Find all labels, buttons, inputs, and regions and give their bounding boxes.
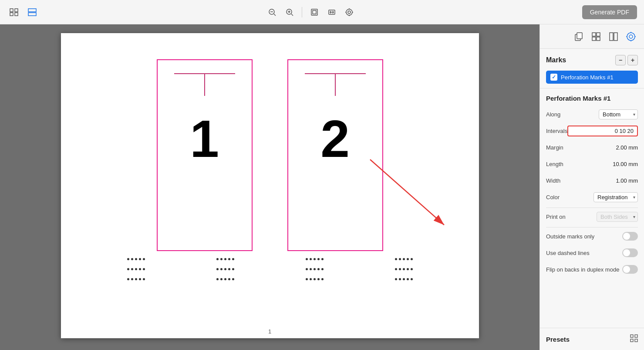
page-canvas: 1 2 (61, 33, 479, 338)
outside-marks-label: Outside marks only (546, 233, 594, 240)
setting-row-width: Width 1.00 mm (546, 174, 638, 187)
zoom-out-button[interactable] (265, 5, 279, 19)
perf-dots-3b (216, 278, 234, 280)
svg-rect-30 (597, 37, 600, 41)
generate-pdf-button[interactable]: Generate PDF (582, 5, 637, 19)
marks-section: Marks − + ✓ Perforation Marks #1 (540, 49, 644, 88)
along-select[interactable]: Bottom (599, 109, 638, 119)
canvas-area[interactable]: 1 2 (0, 24, 539, 350)
settings-divider-2 (546, 227, 638, 228)
margin-label: Margin (546, 144, 563, 151)
marks-actions: − + (615, 55, 638, 65)
intervals-label: Intervals (546, 128, 567, 134)
svg-rect-42 (635, 339, 637, 342)
perf-row-1 (91, 258, 448, 260)
perf-dots-2b (216, 268, 234, 270)
panel-icon-target[interactable] (623, 29, 639, 44)
print-on-select[interactable]: Both Sides (597, 212, 638, 222)
perf-dots-2a (127, 268, 145, 270)
marks-plus-button[interactable]: + (627, 55, 638, 65)
perf-dots-1d (395, 258, 413, 260)
setting-row-margin: Margin 2.00 mm (546, 141, 638, 153)
svg-rect-5 (28, 13, 36, 16)
svg-rect-29 (592, 37, 596, 41)
canvas-wrapper: 1 2 (61, 33, 479, 338)
use-dashed-toggle[interactable] (622, 248, 638, 257)
perf-dots-1c (306, 258, 324, 260)
svg-rect-2 (10, 13, 13, 16)
svg-rect-40 (635, 335, 637, 337)
presets-section: Presets (540, 328, 644, 350)
cards-row: 1 2 (157, 59, 383, 251)
svg-line-10 (291, 14, 293, 16)
mark-checkbox[interactable]: ✓ (550, 74, 557, 81)
intervals-input[interactable] (567, 126, 638, 136)
svg-rect-26 (577, 33, 582, 39)
perf-dots-2d (395, 268, 413, 270)
marks-title: Marks (546, 56, 566, 64)
card-top-mark-2 (305, 73, 366, 96)
fit-page-button[interactable] (307, 5, 321, 19)
svg-point-17 (346, 9, 352, 15)
length-value: 10.00 mm (613, 161, 638, 167)
t-mark-vertical-2 (335, 74, 336, 96)
svg-point-34 (629, 35, 633, 38)
card-item-2: 2 (287, 59, 383, 251)
presets-title: Presets (546, 336, 570, 343)
svg-rect-1 (15, 9, 18, 12)
panel-icon-grid1[interactable] (588, 29, 604, 44)
svg-rect-13 (311, 9, 317, 15)
card-number-1: 1 (190, 112, 219, 165)
card-box-1: 1 (157, 59, 253, 251)
panel-icon-duplicate[interactable] (571, 29, 587, 44)
page-number: 1 (268, 328, 271, 335)
print-on-label: Print on (546, 214, 566, 220)
setting-row-print-on: Print on Both Sides (546, 211, 638, 223)
t-mark-vertical-1 (204, 74, 205, 96)
perf-marks-title: Perforation Marks #1 (546, 95, 638, 102)
perf-marks-settings: Perforation Marks #1 Along Bottom Interv… (540, 88, 644, 328)
svg-rect-14 (313, 10, 316, 14)
width-value: 1.00 mm (616, 177, 638, 184)
settings-divider-1 (546, 207, 638, 208)
color-label: Color (546, 194, 560, 200)
mark-item-perforation[interactable]: ✓ Perforation Marks #1 (546, 71, 638, 84)
flip-label: Flip on backs in duplex mode (546, 266, 619, 273)
main-area: 1 2 (0, 24, 644, 350)
view-mode-button-2[interactable] (25, 5, 39, 19)
along-label: Along (546, 111, 560, 118)
view-mode-button-1[interactable] (7, 5, 21, 19)
flip-backs-toggle[interactable] (622, 265, 638, 274)
perf-dots-2c (306, 268, 324, 270)
svg-rect-28 (597, 33, 600, 36)
svg-rect-39 (631, 335, 633, 337)
checkmark-icon: ✓ (552, 74, 556, 80)
fit-width-button[interactable] (325, 5, 339, 19)
perf-dots-3d (395, 278, 413, 280)
svg-rect-31 (610, 33, 613, 41)
zoom-in-button[interactable] (283, 5, 297, 19)
color-select[interactable]: Registration (593, 192, 638, 202)
setting-row-intervals: Intervals (546, 125, 638, 137)
color-select-wrapper: Registration (593, 192, 638, 202)
perf-row-2 (91, 268, 448, 270)
margin-value: 2.00 mm (616, 144, 638, 151)
presets-grid-icon[interactable] (630, 334, 638, 344)
right-panel: Marks − + ✓ Perforation Marks #1 Perfora… (539, 24, 644, 350)
setting-row-outside-marks: Outside marks only (546, 230, 638, 242)
svg-line-7 (274, 14, 276, 16)
toolbar-divider (302, 7, 302, 17)
perf-row-3 (91, 278, 448, 280)
svg-point-33 (627, 33, 635, 41)
toolbar-center (44, 5, 577, 19)
panel-icon-grid2[interactable] (606, 29, 621, 44)
svg-rect-4 (28, 9, 36, 12)
svg-rect-3 (15, 13, 18, 16)
perf-dots-1b (216, 258, 234, 260)
actual-size-button[interactable] (342, 5, 356, 19)
card-item-1: 1 (157, 59, 253, 251)
outside-marks-toggle[interactable] (622, 232, 638, 241)
panel-top-bar (540, 24, 644, 49)
perf-dots-3a (127, 278, 145, 280)
marks-minus-button[interactable]: − (615, 55, 626, 65)
